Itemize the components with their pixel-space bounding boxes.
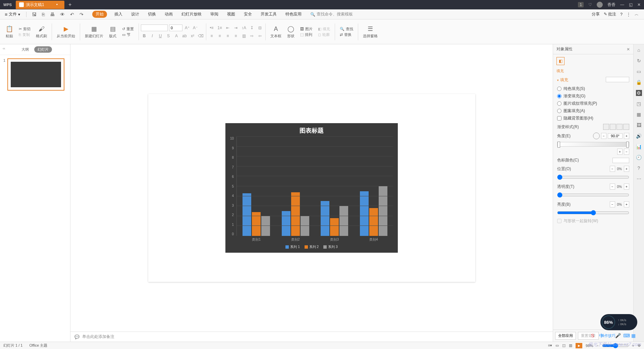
columns-button[interactable]: ▥ (240, 33, 247, 39)
format-painter-button[interactable]: 🖌 格式刷 (33, 23, 50, 40)
numbering-button[interactable]: 1≡ (216, 24, 223, 31)
new-tab-button[interactable]: + (64, 2, 75, 8)
bullets-button[interactable]: •≡ (208, 24, 215, 31)
gradient-stop-1[interactable] (557, 142, 560, 148)
ime-keyboard-icon[interactable]: ⌨ (623, 333, 629, 339)
print-icon[interactable]: 🖶 (49, 11, 56, 18)
gradient-path-icon[interactable] (623, 124, 629, 130)
indent-inc-button[interactable]: ⇥ (232, 24, 239, 31)
view-sorter-icon[interactable]: ◫ (562, 343, 566, 348)
indent-button[interactable]: ⇨ (249, 33, 255, 39)
gradient-linear-icon[interactable] (603, 124, 609, 130)
minimize-button[interactable]: ― (620, 2, 624, 7)
view-normal-icon[interactable]: ▭ (555, 343, 559, 348)
side-image-icon[interactable]: 🖼 (636, 122, 642, 128)
apply-all-button[interactable]: 全部应用 (555, 332, 576, 340)
redo-icon[interactable]: ↷ (78, 11, 85, 18)
fit-window-icon[interactable]: ⊕ (638, 343, 641, 348)
save-as-icon[interactable]: ⎘ (41, 11, 46, 18)
side-settings-icon[interactable]: ⚙ (636, 90, 642, 96)
brightness-slider[interactable] (557, 210, 629, 215)
textbox-button[interactable]: A 文本框 (268, 23, 284, 40)
zoom-slider[interactable] (602, 343, 629, 348)
more-icon[interactable]: ⋮ (627, 12, 631, 17)
replace-button[interactable]: ⇄替换 (340, 32, 353, 37)
align-left-button[interactable]: ≡ (208, 33, 215, 39)
superscript-button[interactable]: x² (189, 33, 196, 39)
stop-color-swatch[interactable] (612, 158, 629, 163)
shapes-button[interactable]: ◯ 形状 (284, 23, 298, 40)
hide-bg-checkbox[interactable]: 隐藏背景图形(H) (557, 115, 629, 121)
outline-tab[interactable]: 大纲 (18, 46, 32, 53)
tab-special[interactable]: 特色应用 (284, 11, 303, 18)
brightness-increase[interactable]: + (624, 201, 629, 207)
fill-button[interactable]: ◧填充 (318, 27, 330, 32)
transparency-decrease[interactable]: − (610, 184, 615, 190)
tab-animation[interactable]: 动画 (163, 11, 174, 18)
angle-increase[interactable]: + (624, 133, 629, 139)
slide[interactable]: 图表标题 109876543210 类别1类别2类别3类别4 系列 1系列 2系… (148, 94, 475, 282)
side-clock-icon[interactable]: 🕘 (636, 154, 642, 160)
font-size-input[interactable] (169, 24, 182, 31)
side-help-icon[interactable]: ? (636, 165, 642, 171)
close-panel-icon[interactable]: ✕ (627, 47, 630, 52)
text-direction-button[interactable]: ↧ (249, 24, 255, 31)
select-pane-button[interactable]: ☰ 选择窗格 (360, 23, 380, 40)
align-center-button[interactable]: ≡ (216, 33, 223, 39)
side-lock-icon[interactable]: 🔒 (636, 79, 642, 85)
side-grid-icon[interactable]: ▦ (636, 111, 642, 117)
command-search[interactable]: 🔍 查找命令、搜索模板 (310, 11, 353, 17)
zoom-out-icon[interactable]: − (596, 344, 598, 348)
side-sound-icon[interactable]: 🔊 (636, 133, 642, 139)
ime-comma-icon[interactable]: ， (607, 333, 613, 339)
tab-start[interactable]: 开始 (92, 11, 107, 18)
close-button[interactable]: ✕ (637, 2, 641, 7)
fill-section-title[interactable]: 填充 (557, 77, 629, 83)
line-spacing-button[interactable]: ↕A (240, 24, 247, 31)
solid-fill-radio[interactable]: 纯色填充(S) (557, 86, 629, 92)
pattern-fill-radio[interactable]: 图案填充(A) (557, 108, 629, 114)
rotate-with-shape-checkbox[interactable]: 与形状一起旋转(W) (557, 218, 629, 224)
side-home-icon[interactable]: ⌂ (636, 47, 642, 53)
reset-button[interactable]: ↺重置 (122, 27, 134, 32)
increase-font-icon[interactable]: A⁺ (184, 24, 191, 31)
outdent-button[interactable]: ⇦ (257, 33, 263, 39)
add-stop-icon[interactable]: + (617, 149, 623, 155)
italic-button[interactable]: I (149, 33, 156, 39)
position-slider[interactable] (557, 174, 629, 180)
fill-preview-swatch[interactable] (606, 77, 629, 82)
view-menu-icon[interactable]: ≡▾ (548, 343, 552, 348)
ime-bar[interactable]: S 中 ， 🎤 ⌨ ▦ (591, 333, 637, 339)
gradient-stops-bar[interactable] (557, 142, 629, 147)
zoom-in-icon[interactable]: + (632, 344, 634, 348)
transparency-increase[interactable]: + (624, 184, 629, 190)
font-color-button[interactable]: A (173, 33, 180, 39)
paste-group[interactable]: 📋 粘贴 (3, 23, 16, 40)
annotate-button[interactable]: ✎ 批注 (604, 11, 616, 17)
side-more-icon[interactable]: ⋯ (636, 176, 642, 182)
side-chart-icon[interactable]: 📊 (636, 144, 642, 150)
side-window-icon[interactable]: ◳ (636, 101, 642, 107)
picture-button[interactable]: 🖼图片 (300, 27, 313, 32)
help-icon[interactable]: ? (620, 12, 623, 17)
system-monitor-widget[interactable]: 86% ↑ 0K/s ↓ 0K/s (600, 314, 637, 330)
tab-security[interactable]: 安全 (243, 11, 253, 18)
gradient-style-buttons[interactable] (603, 124, 629, 130)
tab-devtools[interactable]: 开发工具 (259, 11, 278, 18)
play-from-current-button[interactable]: ▶ 从当前开始 (54, 23, 78, 40)
ime-grid-icon[interactable]: ▦ (631, 333, 637, 339)
cloud-icon[interactable]: ♡ (588, 2, 592, 7)
print-preview-icon[interactable]: 👁 (59, 11, 66, 18)
slide-thumbnail[interactable]: 1 (3, 58, 67, 91)
position-decrease[interactable]: − (610, 166, 615, 172)
notification-badge[interactable]: 1 (578, 2, 584, 7)
collapse-ribbon-icon[interactable]: ︿ (635, 11, 639, 17)
transparency-slider[interactable] (557, 192, 629, 198)
cut-button[interactable]: ✂剪切 (19, 27, 31, 32)
gradient-stop-2[interactable] (626, 142, 629, 148)
view-reading-icon[interactable]: ▥ (569, 343, 572, 348)
slideshow-button[interactable]: ▶ (576, 343, 582, 348)
gradient-rect-icon[interactable] (616, 124, 623, 130)
underline-button[interactable]: U (157, 33, 164, 39)
tab-transition[interactable]: 切换 (147, 11, 157, 18)
